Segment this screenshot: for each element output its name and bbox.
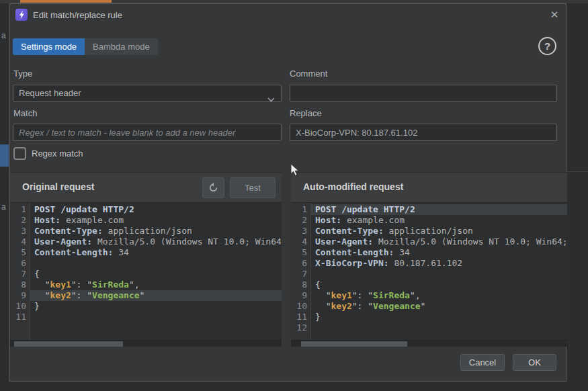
dialog-title: Edit match/replace rule — [33, 10, 122, 20]
code-line[interactable]: 7{ — [10, 269, 282, 279]
auto-modified-request-panel: Auto-modified request 1POST /update HTTP… — [291, 172, 567, 347]
horizontal-scrollbar[interactable] — [291, 340, 567, 347]
background-selected-row-fragment — [0, 144, 9, 167]
original-request-panel: Original request Test 1POST /update HTTP… — [10, 172, 282, 347]
type-label: Type — [13, 69, 32, 79]
close-icon[interactable]: ✕ — [547, 7, 562, 22]
code-line[interactable]: 9 "key1": "SirReda", — [291, 290, 567, 301]
code-line[interactable]: 6X-BioCorp-VPN: 80.187.61.102 — [291, 258, 567, 269]
background-divider — [567, 171, 588, 172]
test-button[interactable]: Test — [230, 177, 276, 198]
code-line[interactable]: 11} — [291, 312, 567, 322]
code-line[interactable]: 1POST /update HTTP/2 — [10, 204, 282, 215]
comment-input[interactable] — [290, 85, 557, 102]
code-line[interactable]: 4User-Agent: Mozilla/5.0 (Windows NT 10.… — [10, 236, 282, 247]
code-line[interactable]: 3Content-Type: application/json — [10, 226, 282, 236]
original-request-header: Original request Test — [10, 172, 282, 202]
scrollbar-thumb[interactable] — [14, 341, 123, 347]
auto-modified-request-header: Auto-modified request — [291, 172, 567, 202]
match-input[interactable] — [13, 124, 282, 141]
code-line[interactable]: 5Content-Length: 34 — [10, 247, 282, 258]
chevron-down-icon — [267, 91, 275, 107]
auto-modified-request-title: Auto-modified request — [303, 181, 403, 192]
background-clipped-text: a — [1, 31, 6, 40]
code-line[interactable]: 8 "key1": "SirReda", — [10, 279, 282, 290]
code-line[interactable]: 9 "key2": "Vengeance" — [10, 290, 282, 301]
lightning-bolt-icon — [15, 9, 28, 21]
original-request-editor[interactable]: 1POST /update HTTP/22Host: example.com3C… — [10, 202, 282, 347]
original-request-title: Original request — [22, 181, 94, 192]
cancel-button[interactable]: Cancel — [460, 354, 505, 371]
regex-match-label: Regex match — [32, 148, 83, 159]
replace-label: Replace — [290, 108, 322, 118]
code-line[interactable]: 8{ — [291, 279, 567, 290]
code-line[interactable]: 5Content-Length: 34 — [291, 247, 567, 258]
match-label: Match — [13, 108, 37, 118]
code-line[interactable]: 10} — [10, 301, 282, 312]
code-line[interactable]: 2Host: example.com — [291, 215, 567, 226]
refresh-button[interactable] — [202, 177, 224, 198]
code-line[interactable]: 2Host: example.com — [10, 215, 282, 226]
refresh-icon — [208, 182, 219, 193]
code-line[interactable]: 1POST /update HTTP/2 — [291, 204, 567, 215]
background-clipped-text: a — [1, 202, 6, 212]
code-line[interactable]: 11 — [10, 312, 282, 322]
edit-match-replace-dialog: Edit match/replace rule ✕ Settings mode … — [9, 3, 566, 382]
horizontal-scrollbar[interactable] — [10, 340, 282, 347]
code-line[interactable]: 7 — [291, 269, 567, 279]
regex-match-checkbox[interactable] — [13, 147, 26, 160]
code-line[interactable]: 12 — [291, 322, 567, 333]
background-top-accent — [20, 0, 112, 3]
replace-input[interactable] — [290, 124, 557, 141]
auto-modified-request-editor[interactable]: 1POST /update HTTP/22Host: example.com3C… — [291, 202, 567, 347]
tab-bambda-mode[interactable]: Bambda mode — [85, 38, 158, 55]
type-select[interactable]: Request header — [13, 85, 282, 102]
code-line[interactable]: 6 — [10, 258, 282, 269]
regex-match-checkbox-row: Regex match — [13, 147, 83, 160]
mode-tabs: Settings mode Bambda mode — [13, 38, 158, 55]
help-icon[interactable]: ? — [538, 37, 556, 55]
ok-button[interactable]: OK — [513, 354, 556, 371]
scrollbar-thumb[interactable] — [301, 341, 407, 347]
tab-settings-mode[interactable]: Settings mode — [13, 38, 85, 55]
code-line[interactable]: 10 "key2": "Vengeance" — [291, 301, 567, 312]
code-line[interactable]: 4User-Agent: Mozilla/5.0 (Windows NT 10.… — [291, 236, 567, 247]
type-select-value: Request header — [19, 88, 81, 98]
comment-label: Comment — [290, 69, 327, 79]
code-line[interactable]: 3Content-Type: application/json — [291, 226, 567, 236]
